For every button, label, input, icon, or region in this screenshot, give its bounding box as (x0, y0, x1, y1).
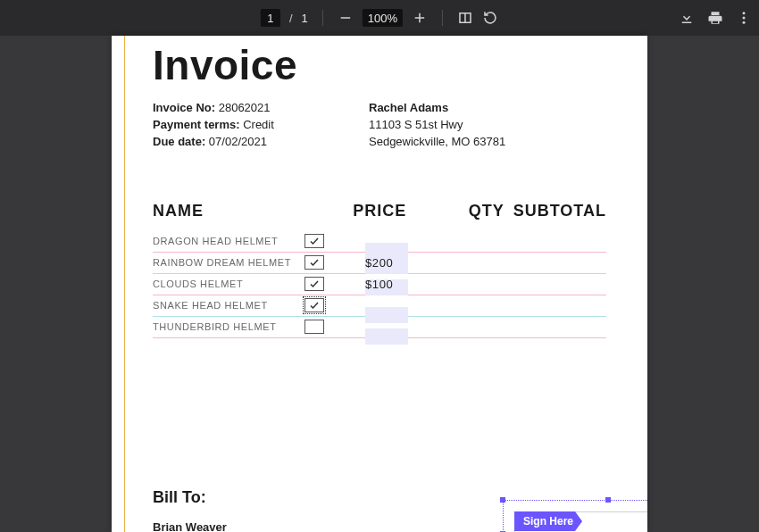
pdf-toolbar: 1 / 1 100% (0, 0, 759, 36)
item-check-cell (304, 277, 365, 291)
svg-point-6 (743, 17, 746, 20)
item-name: CLOUDS HELMET (153, 278, 304, 289)
items-body: DRAGON HEAD HELMETRAINBOW DREAM HELMET$2… (153, 231, 606, 338)
price-input-highlight (365, 307, 408, 323)
items-header: NAME PRICE QTY SUBTOTAL (153, 202, 606, 220)
sign-here-tag[interactable]: Sign Here (514, 511, 582, 531)
zoom-out-icon[interactable] (338, 10, 354, 26)
item-checkbox[interactable] (304, 234, 324, 248)
item-row: SNAKE HEAD HELMET (153, 295, 606, 317)
item-price: $200 (365, 256, 393, 270)
total-pages: 1 (302, 12, 308, 25)
document-viewport: Invoice Invoice No: 28062021 Payment ter… (0, 36, 759, 532)
item-checkbox[interactable] (304, 320, 324, 334)
header-qty: QTY (437, 202, 513, 220)
toolbar-right (679, 0, 752, 36)
payment-terms-label: Payment terms: (153, 118, 240, 131)
item-check-cell (304, 234, 365, 248)
item-row: DRAGON HEAD HELMET (153, 231, 606, 253)
item-check-cell (304, 255, 365, 270)
current-page-input[interactable]: 1 (261, 9, 280, 27)
svg-point-5 (743, 12, 746, 14)
item-price-cell[interactable]: $100 (365, 278, 455, 291)
svg-point-7 (743, 21, 746, 24)
print-icon[interactable] (707, 10, 723, 26)
signature-field[interactable]: Sign Here (503, 500, 647, 532)
toolbar-center: 1 / 1 100% (261, 0, 498, 36)
invoice-no-label: Invoice No: (153, 101, 215, 114)
page-accent-line (124, 36, 125, 532)
from-line2: Sedgewickville, MO 63781 (369, 134, 505, 151)
invoice-title: Invoice (153, 41, 606, 89)
invoice-from: Rachel Adams 11103 S 51st Hwy Sedgewickv… (369, 100, 505, 151)
due-date-label: Due date: (153, 135, 205, 148)
item-name: DRAGON HEAD HELMET (153, 236, 304, 246)
item-name: RAINBOW DREAM HELMET (153, 257, 304, 268)
header-subtotal: SUBTOTAL (513, 202, 606, 220)
item-row: CLOUDS HELMET$100 (153, 274, 606, 295)
invoice-meta: Invoice No: 28062021 Payment terms: Cred… (153, 100, 606, 151)
item-name: SNAKE HEAD HELMET (153, 300, 304, 311)
payment-terms: Credit (243, 118, 274, 131)
header-price: PRICE (353, 202, 437, 220)
price-input-highlight (365, 328, 408, 345)
item-row: RAINBOW DREAM HELMET$200 (153, 253, 606, 274)
item-checkbox[interactable] (304, 277, 324, 291)
divider (442, 10, 443, 26)
divider (322, 10, 323, 26)
zoom-in-icon[interactable] (412, 10, 428, 26)
resize-handle[interactable] (500, 497, 505, 503)
due-date: 07/02/2021 (209, 135, 267, 148)
resize-handle[interactable] (605, 497, 611, 503)
zoom-level[interactable]: 100% (363, 9, 403, 27)
from-name: Rachel Adams (369, 101, 448, 114)
invoice-meta-left: Invoice No: 28062021 Payment terms: Cred… (153, 100, 369, 151)
rotate-icon[interactable] (482, 10, 498, 26)
item-check-cell (304, 320, 365, 334)
item-price: $100 (365, 278, 393, 291)
fit-page-icon[interactable] (457, 10, 473, 26)
page-content: Invoice Invoice No: 28062021 Payment ter… (153, 36, 606, 532)
item-checkbox[interactable] (304, 298, 324, 312)
invoice-no: 28062021 (219, 101, 271, 114)
item-name: THUNDERBIRD HELMET (153, 321, 304, 332)
page-separator: / (289, 12, 293, 25)
item-check-cell (304, 298, 365, 312)
from-line1: 11103 S 51st Hwy (369, 117, 505, 134)
download-icon[interactable] (679, 10, 695, 26)
document-page: Invoice Invoice No: 28062021 Payment ter… (112, 36, 647, 532)
item-checkbox[interactable] (304, 255, 324, 270)
header-name: NAME (153, 202, 353, 220)
item-price-cell[interactable]: $200 (365, 256, 455, 270)
more-icon[interactable] (736, 10, 752, 26)
